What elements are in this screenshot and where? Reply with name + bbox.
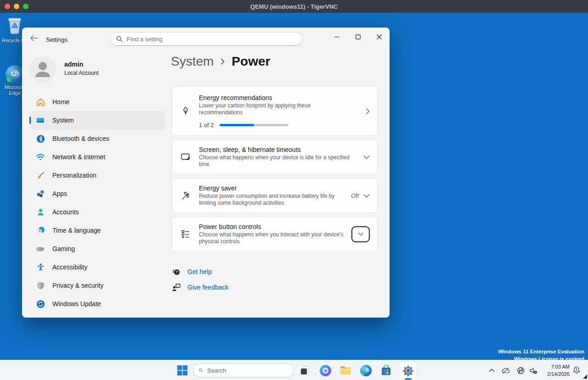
user-name: admin bbox=[64, 61, 83, 68]
sidebar-item-label: Personalization bbox=[52, 172, 96, 179]
card-screen-sleep-timeouts[interactable]: Screen, sleep, & hibernate timeouts Choo… bbox=[172, 140, 378, 174]
give-feedback-link[interactable]: Give feedback bbox=[172, 283, 229, 292]
accessibility-icon bbox=[36, 263, 45, 272]
sidebar-item-accessibility[interactable]: Accessibility bbox=[29, 258, 165, 276]
edge-browser-button[interactable] bbox=[360, 364, 372, 376]
notification-bell-icon[interactable]: z bbox=[572, 366, 581, 374]
user-account-type: Local Account bbox=[64, 70, 99, 76]
windows-update-icon bbox=[36, 299, 45, 308]
card-title: Power button controls bbox=[199, 223, 351, 230]
card-title: Energy recommendations bbox=[199, 94, 366, 101]
get-help-link[interactable]: ? Get help bbox=[172, 267, 212, 276]
sidebar-item-label: Accessibility bbox=[52, 263, 87, 271]
sidebar-item-label: Network & internet bbox=[52, 153, 105, 161]
accounts-icon bbox=[36, 207, 45, 217]
feedback-icon bbox=[172, 283, 181, 292]
chevron-down-icon bbox=[358, 232, 364, 236]
user-avatar[interactable] bbox=[29, 56, 56, 83]
network-no-internet-icon[interactable] bbox=[516, 366, 525, 374]
vnc-window-title: QEMU (windows11) - TigerVNC bbox=[250, 3, 338, 10]
search-icon bbox=[199, 367, 203, 374]
paintbrush-icon bbox=[36, 171, 45, 180]
help-icon: ? bbox=[172, 267, 181, 276]
sidebar-item-time-language[interactable]: Time & language bbox=[29, 221, 165, 240]
sidebar-item-personalization[interactable]: Personalization bbox=[29, 166, 165, 184]
svg-text:?: ? bbox=[175, 270, 178, 274]
sidebar-item-accounts[interactable]: Accounts bbox=[29, 203, 165, 221]
card-energy-recommendations[interactable]: Energy recommendations Lower your carbon… bbox=[172, 86, 378, 136]
settings-taskbar-button[interactable] bbox=[402, 364, 414, 376]
card-description: Choose what happens when you interact wi… bbox=[199, 231, 351, 245]
progress-label: 1 of 2 bbox=[199, 122, 214, 129]
card-description: Reduce power consumption and increase ba… bbox=[199, 193, 351, 207]
shield-icon bbox=[36, 281, 45, 290]
page-title: Power bbox=[232, 54, 270, 69]
sidebar-item-label: Time & language bbox=[52, 227, 101, 234]
sidebar-item-home[interactable]: Home bbox=[29, 93, 165, 111]
bluetooth-icon bbox=[36, 134, 45, 143]
settings-search-box[interactable] bbox=[110, 32, 302, 46]
sidebar-item-bluetooth-devices[interactable]: Bluetooth & devices bbox=[29, 129, 165, 148]
settings-sidebar: Home System Bluetooth & devices Network … bbox=[29, 93, 165, 313]
task-view-button[interactable] bbox=[299, 364, 311, 376]
copilot-button[interactable] bbox=[319, 364, 331, 376]
sidebar-item-label: Windows Update bbox=[52, 300, 101, 307]
sidebar-item-system[interactable]: System bbox=[29, 111, 165, 129]
card-title: Screen, sleep, & hibernate timeouts bbox=[199, 146, 363, 153]
screen-moon-icon bbox=[172, 152, 199, 162]
taskbar-clock[interactable]: 7:03 AM 2/14/2026 bbox=[547, 363, 570, 378]
chevron-right-icon[interactable] bbox=[366, 108, 370, 115]
card-description: Choose what happens when your device is … bbox=[199, 154, 353, 168]
sidebar-item-windows-update[interactable]: Windows Update bbox=[29, 295, 165, 313]
sidebar-item-apps[interactable]: Apps bbox=[29, 184, 165, 203]
sidebar-item-label: Gaming bbox=[52, 245, 75, 252]
settings-search-input[interactable] bbox=[127, 36, 296, 43]
window-maximize-button[interactable] bbox=[347, 28, 368, 46]
svg-text:z: z bbox=[576, 367, 577, 371]
gamepad-icon bbox=[36, 244, 45, 253]
system-icon bbox=[36, 116, 45, 125]
volume-muted-icon[interactable] bbox=[529, 366, 537, 374]
sidebar-item-gaming[interactable]: Gaming bbox=[29, 240, 165, 258]
card-power-button-controls[interactable]: Power button controls Choose what happen… bbox=[172, 217, 378, 251]
sidebar-item-label: Privacy & security bbox=[52, 282, 103, 289]
taskbar-search-input[interactable] bbox=[207, 367, 288, 374]
energy-saver-state: Off bbox=[351, 192, 359, 199]
onedrive-paused-icon[interactable] bbox=[502, 366, 510, 374]
home-icon bbox=[36, 97, 45, 106]
taskbar-search-box[interactable] bbox=[193, 363, 294, 377]
energy-progress-fill bbox=[220, 124, 254, 126]
settings-active-underline bbox=[405, 378, 412, 380]
macos-minimize-button[interactable] bbox=[14, 4, 19, 9]
start-button[interactable] bbox=[176, 364, 188, 376]
card-title: Energy saver bbox=[199, 184, 351, 192]
tray-time: 7:03 AM bbox=[547, 363, 570, 370]
window-close-button[interactable] bbox=[368, 28, 390, 46]
window-minimize-button[interactable] bbox=[326, 28, 347, 46]
sidebar-item-label: Apps bbox=[52, 190, 67, 197]
sidebar-item-network-internet[interactable]: Network & internet bbox=[29, 148, 165, 166]
chevron-down-icon[interactable] bbox=[363, 155, 370, 159]
macos-zoom-button[interactable] bbox=[23, 4, 28, 9]
checklist-icon bbox=[172, 229, 199, 239]
sidebar-item-privacy-security[interactable]: Privacy & security bbox=[29, 276, 165, 295]
tray-show-hidden-icons-button[interactable] bbox=[487, 366, 496, 374]
breadcrumb: System Power bbox=[171, 54, 270, 69]
macos-close-button[interactable] bbox=[5, 4, 10, 9]
apps-icon bbox=[36, 189, 45, 198]
expand-button-focused[interactable] bbox=[351, 226, 370, 242]
back-button[interactable] bbox=[30, 35, 40, 42]
file-explorer-button[interactable] bbox=[339, 364, 351, 376]
energy-progress-bar bbox=[220, 124, 288, 126]
search-icon bbox=[116, 36, 123, 42]
breadcrumb-parent[interactable]: System bbox=[171, 54, 214, 69]
card-description: Lower your carbon footprint by applying … bbox=[199, 102, 324, 116]
leaf-icon bbox=[172, 106, 199, 116]
resize-corner-mark bbox=[583, 374, 587, 379]
microsoft-store-button[interactable] bbox=[380, 364, 392, 376]
chevron-down-icon[interactable] bbox=[363, 194, 370, 198]
card-energy-saver[interactable]: Energy saver Reduce power consumption an… bbox=[172, 178, 378, 213]
get-help-label: Get help bbox=[187, 268, 212, 275]
sidebar-item-label: Bluetooth & devices bbox=[52, 135, 109, 142]
shortcut-arrow-badge bbox=[11, 71, 16, 76]
